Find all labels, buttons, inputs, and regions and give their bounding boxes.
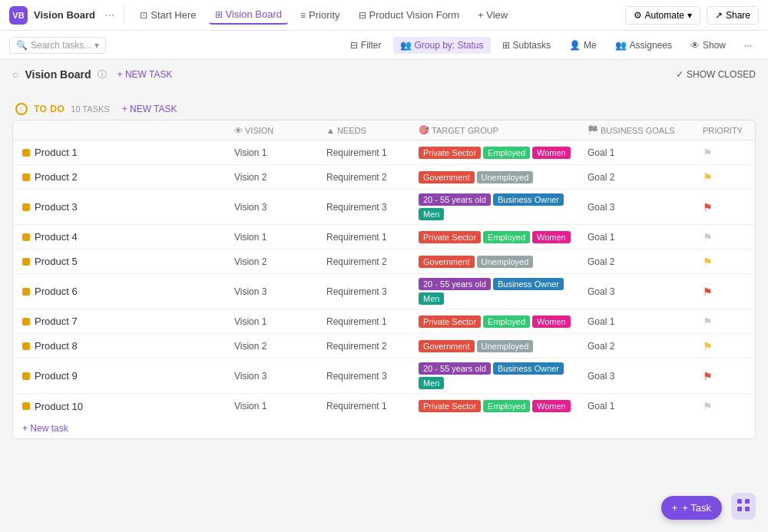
table-row: Product 10Vision 1Requirement 1Private S…: [13, 394, 755, 418]
task-target-group: GovernmentUnemployed: [412, 256, 581, 268]
nav-add-view[interactable]: + View: [472, 6, 514, 24]
task-color: [22, 372, 30, 380]
needs-col-icon: ▲: [326, 126, 335, 135]
eye-icon: 👁: [690, 40, 700, 51]
nav-divider: [124, 8, 124, 23]
search-box[interactable]: 🔍 Search tasks... ▾: [9, 37, 106, 54]
tag-bizowner: Business Owner: [493, 193, 564, 206]
priority-flag: ⚑: [703, 316, 713, 328]
tag-unemployed: Unemployed: [477, 340, 534, 352]
target-col-icon: 🎯: [419, 125, 429, 135]
task-name-cell[interactable]: Product 9: [13, 370, 228, 382]
page-title: Vision Board: [25, 68, 91, 81]
task-target-group: GovernmentUnemployed: [412, 171, 581, 183]
task-priority: ⚑: [697, 256, 756, 268]
task-vision: Vision 2: [228, 172, 320, 183]
task-table: 👁 VISION ▲ NEEDS 🎯 TARGET GROUP 🏁 BUSINE…: [12, 120, 756, 439]
tag-private: Private Sector: [419, 400, 481, 412]
show-closed-button[interactable]: ✓ SHOW CLOSED: [676, 69, 756, 80]
priority-flag: ⚑: [703, 370, 713, 382]
task-priority: ⚑: [697, 147, 756, 159]
tag-women: Women: [532, 316, 571, 328]
task-name-cell[interactable]: Product 3: [13, 201, 228, 213]
tag-government: Government: [419, 171, 475, 183]
task-color: [22, 173, 30, 181]
task-goals: Goal 3: [581, 371, 697, 382]
task-vision: Vision 1: [228, 401, 320, 411]
task-name-cell[interactable]: Product 2: [13, 171, 228, 183]
app-title: Vision Board: [34, 9, 95, 21]
nav-product-vision-form[interactable]: ⊟ Product Vision Form: [353, 6, 466, 24]
group-by-button[interactable]: 👥 Group by: Status: [393, 37, 491, 54]
task-needs: Requirement 2: [320, 341, 412, 352]
new-task-header-button[interactable]: + NEW TASK: [113, 68, 177, 81]
subtasks-icon: ⊞: [502, 40, 510, 51]
group-header-todo[interactable]: ○ TO DO 10 TASKS + NEW TASK: [12, 98, 756, 120]
task-priority: ⚑: [697, 201, 756, 213]
task-name-cell[interactable]: Product 10: [13, 401, 228, 412]
info-icon: ⓘ: [98, 68, 107, 81]
task-priority: ⚑: [697, 316, 756, 328]
task-name-cell[interactable]: Product 4: [13, 231, 228, 243]
task-goals: Goal 2: [581, 256, 697, 267]
filter-button[interactable]: ⊟ Filter: [343, 37, 389, 54]
subtasks-button[interactable]: ⊞ Subtasks: [495, 37, 558, 54]
task-name: Product 4: [35, 231, 78, 243]
task-vision: Vision 2: [228, 341, 320, 352]
task-name-cell[interactable]: Product 7: [13, 316, 228, 327]
col-header-needs: ▲ NEEDS: [320, 126, 412, 135]
task-name: Product 9: [35, 370, 78, 382]
board-container: ○ TO DO 10 TASKS + NEW TASK 👁 VISION ▲ N…: [0, 89, 768, 529]
task-name-cell[interactable]: Product 8: [13, 340, 228, 352]
task-priority: ⚑: [697, 370, 756, 382]
col-header-vision: 👁 VISION: [228, 126, 320, 135]
show-button[interactable]: 👁 Show: [684, 37, 733, 54]
automate-button[interactable]: ⚙ Automate ▾: [625, 6, 700, 25]
task-needs: Requirement 1: [320, 232, 412, 243]
task-name-cell[interactable]: Product 6: [13, 286, 228, 297]
page-header: ○ Vision Board ⓘ + NEW TASK ✓ SHOW CLOSE…: [0, 60, 768, 89]
task-target-group: Private SectorEmployedWomen: [412, 400, 581, 412]
task-needs: Requirement 1: [320, 401, 412, 411]
group-label-todo: TO DO: [34, 104, 65, 114]
vision-col-icon: 👁: [234, 126, 243, 135]
task-target-group: 20 - 55 years oldBusiness OwnerMen: [412, 278, 581, 305]
app-menu-dots[interactable]: ···: [104, 8, 114, 22]
task-needs: Requirement 1: [320, 316, 412, 327]
tag-private: Private Sector: [419, 316, 481, 328]
task-color: [22, 288, 30, 296]
toolbar-right: ⊟ Filter 👥 Group by: Status ⊞ Subtasks 👤…: [343, 37, 759, 54]
automate-chevron: ▾: [687, 10, 692, 21]
task-needs: Requirement 2: [320, 172, 412, 183]
task-goals: Goal 3: [581, 286, 697, 297]
vision-board-icon: ⊞: [215, 9, 223, 20]
task-priority: ⚑: [697, 286, 756, 298]
share-button[interactable]: ↗ Share: [707, 6, 759, 25]
task-name: Product 8: [35, 340, 78, 352]
assignees-button[interactable]: 👥 Assignees: [608, 37, 679, 54]
tag-women: Women: [532, 147, 571, 159]
task-color: [22, 258, 30, 266]
task-name-cell[interactable]: Product 1: [13, 147, 228, 158]
task-color: [22, 233, 30, 241]
task-vision: Vision 1: [228, 316, 320, 327]
nav-priority[interactable]: ≡ Priority: [294, 6, 346, 24]
me-button[interactable]: 👤 Me: [562, 37, 604, 54]
automate-icon: ⚙: [634, 10, 642, 21]
add-new-task-button[interactable]: + New task: [13, 418, 755, 438]
search-dropdown-icon: ▾: [94, 40, 99, 51]
add-task-header-button[interactable]: + NEW TASK: [122, 104, 177, 114]
task-needs: Requirement 2: [320, 256, 412, 267]
task-goals: Goal 1: [581, 232, 697, 243]
priority-flag: ⚑: [703, 171, 713, 183]
task-needs: Requirement 3: [320, 286, 412, 297]
nav-start-here[interactable]: ⊡ Start Here: [134, 6, 202, 24]
task-priority: ⚑: [697, 231, 756, 243]
more-options-button[interactable]: ···: [737, 37, 759, 54]
nav-vision-board[interactable]: ⊞ Vision Board: [209, 5, 288, 25]
fab-grid-button[interactable]: [731, 493, 756, 520]
task-name-cell[interactable]: Product 5: [13, 256, 228, 267]
table-row: Product 3Vision 3Requirement 320 - 55 ye…: [13, 190, 755, 225]
tag-employed: Employed: [483, 231, 530, 243]
fab-add-task[interactable]: + + Task: [661, 496, 722, 520]
